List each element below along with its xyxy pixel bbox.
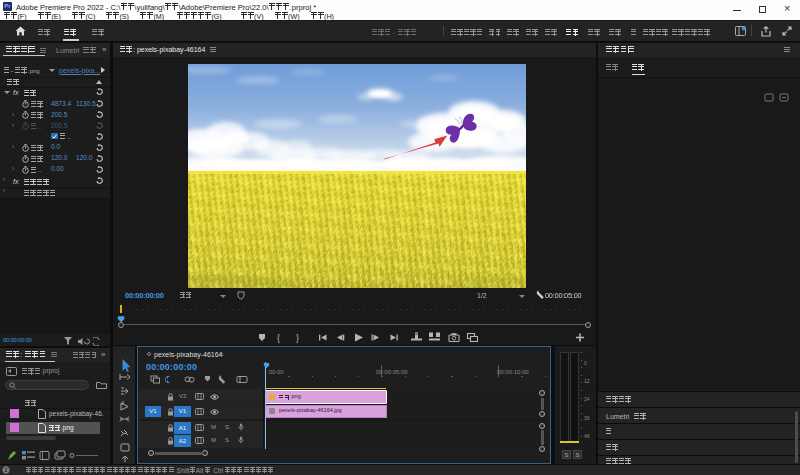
svg-text:{: {	[277, 333, 280, 343]
svg-text:}: }	[296, 333, 299, 343]
